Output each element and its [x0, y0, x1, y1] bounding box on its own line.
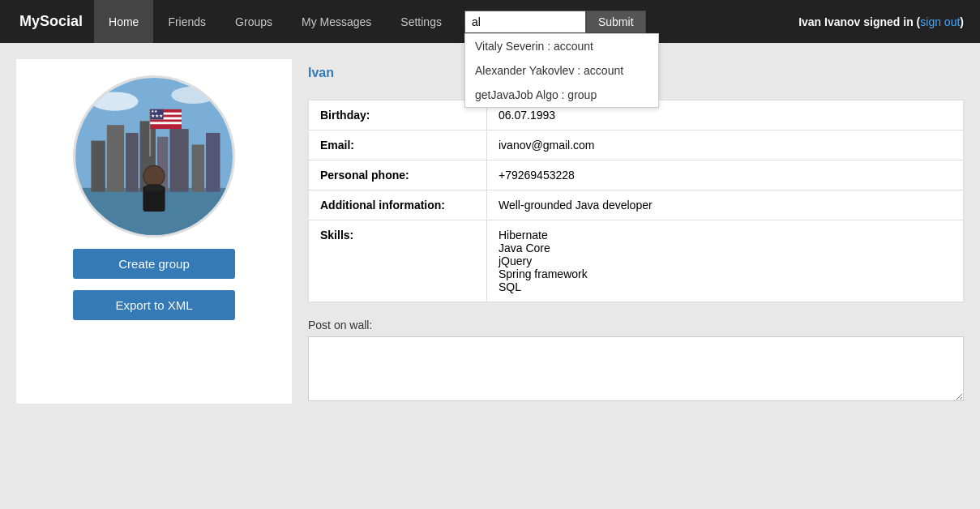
svg-point-11: [171, 87, 215, 104]
export-xml-button[interactable]: Export to XML: [73, 290, 235, 320]
svg-rect-9: [206, 133, 220, 192]
navbar: MySocial HomeFriendsGroupsMy MessagesSet…: [0, 0, 980, 43]
create-group-button[interactable]: Create group: [73, 249, 235, 279]
signed-in-text: signed in (: [860, 15, 920, 28]
table-row: Personal phone:+79269453228: [309, 160, 964, 190]
nav-link-groups[interactable]: Groups: [220, 0, 287, 43]
right-panel: Ivan Birthday:06.07.1993Email:ivanov@gma…: [308, 59, 964, 404]
profile-info-table: Birthday:06.07.1993Email:ivanov@gmail.co…: [308, 100, 964, 302]
field-value: ivanov@gmail.com: [487, 130, 964, 160]
search-dropdown: Vitaly Severin : accountAlexander Yakovl…: [464, 33, 659, 108]
search-submit-button[interactable]: Submit: [586, 11, 646, 33]
field-value: +79269453228: [487, 160, 964, 190]
user-name: Ivan Ivanov: [798, 15, 860, 28]
svg-rect-7: [169, 129, 188, 192]
wall-section: Post on wall:: [308, 319, 964, 404]
left-panel: ★★★ ★★ Create group Export to XML: [16, 59, 292, 404]
nav-links: HomeFriendsGroupsMy MessagesSettings: [94, 0, 456, 43]
field-value: Well-grounded Java developer: [487, 190, 964, 220]
field-label: Birthday:: [309, 101, 487, 130]
field-value: Hibernate Java Core jQuery Spring framew…: [487, 220, 964, 302]
sign-out-link[interactable]: sign out: [920, 15, 960, 28]
search-dropdown-item[interactable]: Vitaly Severin : account: [465, 34, 658, 58]
svg-point-22: [143, 166, 164, 186]
avatar: ★★★ ★★: [73, 75, 235, 237]
table-row: Skills:Hibernate Java Core jQuery Spring…: [309, 220, 964, 302]
svg-text:★★★: ★★★: [151, 113, 163, 118]
table-row: Additional information:Well-grounded Jav…: [309, 190, 964, 220]
search-dropdown-item[interactable]: Alexander Yakovlev : account: [465, 58, 658, 83]
nav-link-settings[interactable]: Settings: [386, 0, 456, 43]
svg-rect-16: [150, 122, 182, 124]
search-area: Submit Vitaly Severin : accountAlexander…: [464, 11, 646, 33]
wall-label: Post on wall:: [308, 319, 964, 331]
field-label: Skills:: [309, 220, 487, 302]
suffix: ): [960, 15, 964, 28]
brand: MySocial: [8, 13, 94, 30]
svg-point-10: [91, 92, 138, 110]
search-input[interactable]: [464, 11, 586, 33]
table-row: Email:ivanov@gmail.com: [309, 130, 964, 160]
svg-rect-8: [192, 144, 205, 191]
svg-rect-4: [126, 133, 139, 192]
user-info: Ivan Ivanov signed in (sign out): [798, 15, 972, 28]
field-label: Additional information:: [309, 190, 487, 220]
field-label: Email:: [309, 130, 487, 160]
search-dropdown-item[interactable]: getJavaJob Algo : group: [465, 83, 658, 107]
nav-link-home[interactable]: Home: [94, 0, 153, 43]
nav-link-friends[interactable]: Friends: [153, 0, 220, 43]
wall-textarea[interactable]: [308, 336, 964, 401]
svg-text:★★: ★★: [151, 109, 158, 113]
svg-rect-3: [107, 125, 124, 191]
svg-rect-2: [91, 141, 105, 192]
field-label: Personal phone:: [309, 160, 487, 190]
svg-rect-23: [144, 184, 163, 192]
nav-link-my-messages[interactable]: My Messages: [287, 0, 386, 43]
